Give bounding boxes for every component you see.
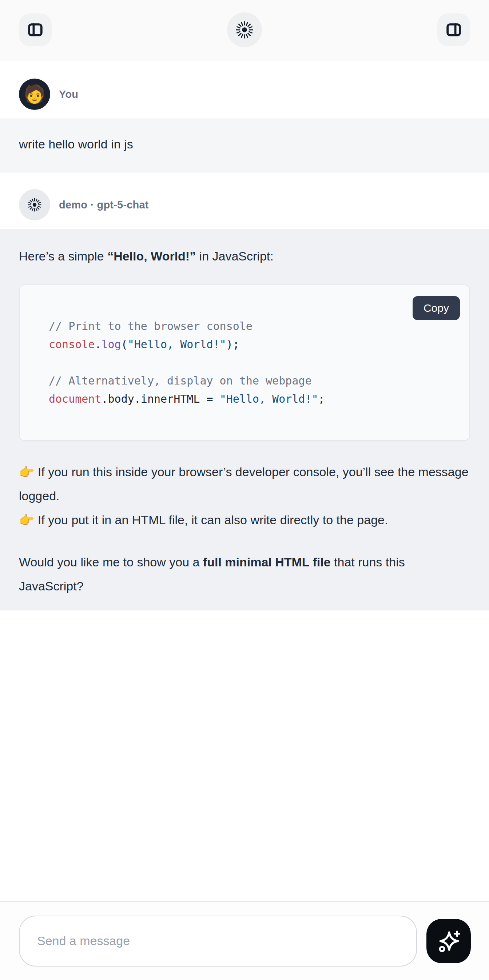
assistant-note-2: 👉 If you put it in an HTML file, it can … [19, 508, 470, 532]
panel-right-icon [445, 21, 462, 38]
model-spinner-button[interactable] [227, 13, 262, 47]
assistant-avatar [19, 189, 50, 220]
top-bar [0, 0, 489, 60]
assistant-meta-row: demo · gpt-5-chat [0, 172, 489, 229]
assistant-sender-label: demo · gpt-5-chat [59, 199, 149, 211]
sidebar-toggle-button[interactable] [19, 13, 52, 46]
user-avatar: 🧑 [19, 79, 50, 110]
chat-app: 🧑 You write hello world in js [0, 0, 489, 980]
send-button[interactable] [427, 919, 471, 963]
panel-toggle-button[interactable] [437, 13, 470, 46]
assistant-intro-text: Here’s a simple “Hello, World!” in JavaS… [19, 247, 470, 265]
empty-scroll-area [0, 611, 489, 901]
code-block: Copy // Print to the browser console con… [19, 285, 470, 441]
composer-bar [0, 901, 489, 980]
user-meta-row: 🧑 You [0, 60, 489, 119]
assistant-question-text: Would you like me to show you a full min… [19, 550, 470, 598]
user-sender-label: You [59, 88, 78, 100]
user-avatar-emoji: 🧑 [24, 86, 46, 103]
user-message-text: write hello world in js [19, 137, 133, 151]
user-message-bubble: write hello world in js [0, 119, 489, 172]
assistant-message-bubble: Here’s a simple “Hello, World!” in JavaS… [0, 229, 489, 611]
starburst-icon [235, 20, 254, 40]
copy-code-button[interactable]: Copy [413, 296, 460, 320]
message-input[interactable] [19, 916, 417, 967]
code-content: // Print to the browser console console.… [20, 285, 469, 440]
starburst-icon [27, 197, 42, 212]
assistant-note-1: 👉 If you run this inside your browser’s … [19, 460, 470, 508]
panel-left-icon [27, 21, 44, 38]
sparkle-icon [435, 928, 462, 954]
